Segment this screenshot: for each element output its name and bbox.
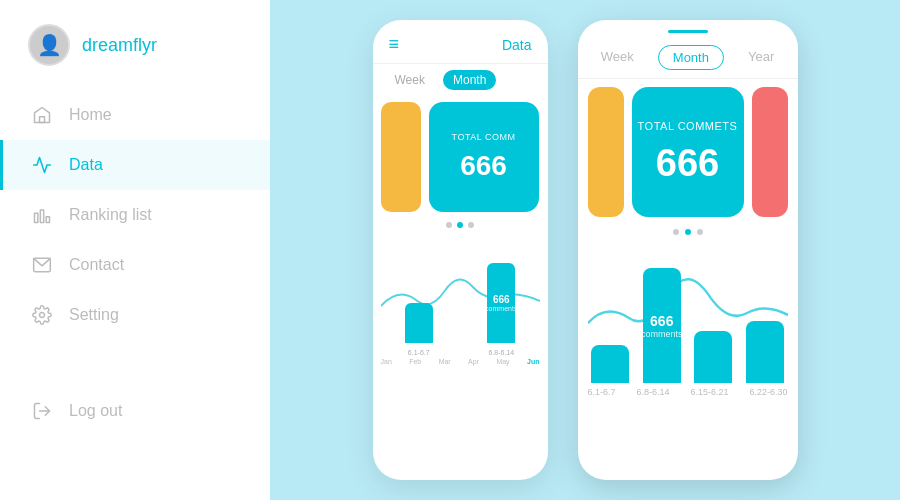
phone2-cards: TOTAL COMMETS 666 xyxy=(578,79,798,225)
phone1-dots xyxy=(373,218,548,232)
phone2-bar-4 xyxy=(746,321,784,383)
sidebar: 👤 dreamflyr Home Data Ranking list Con xyxy=(0,0,270,500)
phone1-tab-week[interactable]: Week xyxy=(385,70,435,90)
phone2-card-value: 666 xyxy=(656,142,719,185)
bar-label-2: 6.8-6.14 xyxy=(488,349,514,356)
sidebar-item-data-label: Data xyxy=(69,156,103,174)
x-label-may: May xyxy=(496,358,509,365)
bar-2-value: 666 xyxy=(493,294,510,305)
x2-label-2: 6.8-6.14 xyxy=(636,387,669,397)
phone2-bar-chart: 666 comments xyxy=(588,243,788,383)
x2-label-1: 6.1-6.7 xyxy=(588,387,616,397)
phone1-cards-row: TOTAL COMM 666 xyxy=(373,96,548,218)
phone2-dot3 xyxy=(697,229,703,235)
ranking-icon xyxy=(31,204,53,226)
sidebar-nav: Home Data Ranking list Contact Setting xyxy=(0,90,270,436)
phone1-card-title: TOTAL COMM xyxy=(452,132,516,144)
phone1-card-cyan: TOTAL COMM 666 xyxy=(429,102,539,212)
profile-name: dreamflyr xyxy=(82,35,157,56)
x-label-mar: Mar xyxy=(439,358,451,365)
sidebar-item-contact-label: Contact xyxy=(69,256,124,274)
phone2-card-cyan: TOTAL COMMETS 666 xyxy=(632,87,744,217)
sidebar-item-home[interactable]: Home xyxy=(0,90,270,140)
phone2-bar-2-sub: comments xyxy=(641,329,683,339)
x2-label-4: 6.22-6.30 xyxy=(749,387,787,397)
phone2-bar-2-value: 666 xyxy=(650,313,673,329)
sidebar-item-setting-label: Setting xyxy=(69,306,119,324)
svg-rect-1 xyxy=(35,213,38,222)
svg-rect-2 xyxy=(40,210,43,223)
bar-2-sub: comments xyxy=(485,305,517,312)
svg-rect-0 xyxy=(40,117,45,123)
home-icon xyxy=(31,104,53,126)
phone1-tabs: Week Month xyxy=(373,64,548,96)
phone1-bar-chart: 6.1-6.7 666 comments 6.8-6.14 xyxy=(381,236,540,356)
phone2-dot1 xyxy=(673,229,679,235)
sidebar-profile: 👤 dreamflyr xyxy=(0,24,270,90)
phone1-card-value: 666 xyxy=(460,150,507,182)
phone1-tab-month[interactable]: Month xyxy=(443,70,496,90)
phone1-x-labels: Jan Feb Mar Apr May Jun xyxy=(381,356,540,367)
sidebar-item-logout[interactable]: Log out xyxy=(0,340,270,436)
phone1-chart: 6.1-6.7 666 comments 6.8-6.14 Jan Feb Ma… xyxy=(373,232,548,480)
dot1 xyxy=(446,222,452,228)
phone2-card-yellow xyxy=(588,87,624,217)
phone2-bar-3 xyxy=(694,331,732,383)
contact-icon xyxy=(31,254,53,276)
bar-col-1: 6.1-6.7 xyxy=(381,303,458,356)
phone2-tab-week[interactable]: Week xyxy=(587,45,648,70)
phone2-chart: 666 comments 6.1-6.7 6.8-6.14 6.15-6.21 … xyxy=(578,239,798,480)
svg-rect-3 xyxy=(46,217,49,223)
sidebar-item-data[interactable]: Data xyxy=(0,140,270,190)
bar-label-1: 6.1-6.7 xyxy=(408,349,430,356)
phone2-card-title: TOTAL COMMETS xyxy=(638,119,738,133)
logout-icon xyxy=(31,400,53,422)
x-label-apr: Apr xyxy=(468,358,479,365)
data-icon xyxy=(31,154,53,176)
x-label-jun: Jun xyxy=(527,358,539,365)
phone2-tabs: Week Month Year xyxy=(578,39,798,79)
bar-2: 666 comments xyxy=(487,263,515,343)
phone2-bar-2: 666 comments xyxy=(643,268,681,383)
main-area: ≡ Data Week Month TOTAL COMM 666 xyxy=(270,0,900,500)
sidebar-item-logout-label: Log out xyxy=(69,402,122,420)
phone2-top-bar xyxy=(668,30,708,33)
phone2-tab-year[interactable]: Year xyxy=(734,45,788,70)
phone1-header: ≡ Data xyxy=(373,20,548,64)
sidebar-item-ranking-label: Ranking list xyxy=(69,206,152,224)
sidebar-item-home-label: Home xyxy=(69,106,112,124)
phone2: Week Month Year TOTAL COMMETS 666 xyxy=(578,20,798,480)
phone2-tab-month[interactable]: Month xyxy=(658,45,724,70)
x-label-jan: Jan xyxy=(381,358,392,365)
phone2-dots xyxy=(578,225,798,239)
phone1-card-yellow xyxy=(381,102,421,212)
phone1: ≡ Data Week Month TOTAL COMM 666 xyxy=(373,20,548,480)
setting-icon xyxy=(31,304,53,326)
x2-label-3: 6.15-6.21 xyxy=(690,387,728,397)
phone2-x-labels: 6.1-6.7 6.8-6.14 6.15-6.21 6.22-6.30 xyxy=(588,383,788,397)
phone2-bar-1 xyxy=(591,345,629,383)
dot3 xyxy=(468,222,474,228)
menu-icon: ≡ xyxy=(389,34,400,55)
avatar: 👤 xyxy=(28,24,70,66)
svg-point-5 xyxy=(40,313,45,318)
sidebar-item-ranking[interactable]: Ranking list xyxy=(0,190,270,240)
bar-col-2: 666 comments 6.8-6.14 xyxy=(463,263,540,356)
phone2-dot2 xyxy=(685,229,691,235)
phone2-card-red xyxy=(752,87,788,217)
sidebar-item-setting[interactable]: Setting xyxy=(0,290,270,340)
phone1-header-title: Data xyxy=(502,37,532,53)
sidebar-item-contact[interactable]: Contact xyxy=(0,240,270,290)
bar-1 xyxy=(405,303,433,343)
dot2 xyxy=(457,222,463,228)
x-label-feb: Feb xyxy=(409,358,421,365)
